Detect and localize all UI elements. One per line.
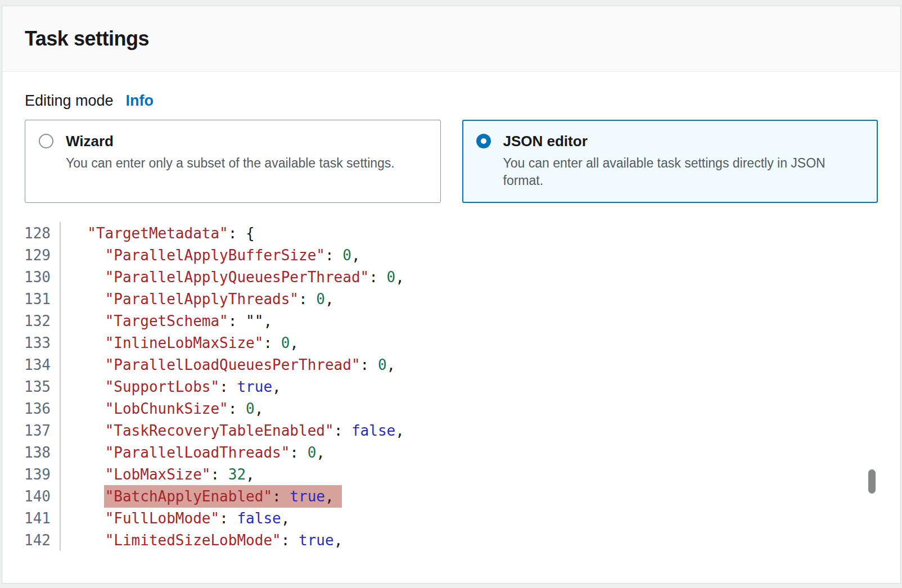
code-line[interactable]: 136 "LobChunkSize": 0, [25,397,878,419]
code-editor[interactable]: 128 "TargetMetadata": {129 "ParallelAppl… [25,222,878,551]
code-line[interactable]: 139 "LobMaxSize": 32, [25,463,878,485]
code-line[interactable]: 130 "ParallelApplyQueuesPerThread": 0, [25,266,878,288]
code-content: "ParallelApplyQueuesPerThread": 0, [61,269,404,286]
wizard-texts: Wizard You can enter only a subset of th… [66,133,395,172]
code-content: "ParallelLoadThreads": 0, [61,444,325,461]
line-number: 137 [25,419,61,441]
panel-header: Task settings [2,6,900,72]
json-editor-description: You can enter all available task setting… [503,155,864,189]
panel-content: Editing mode Info Wizard You can enter o… [2,92,900,551]
code-content: "SupportLobs": true, [61,378,281,395]
code-content: "FullLobMode": false, [61,510,290,527]
code-content: "LobMaxSize": 32, [61,466,255,483]
code-line[interactable]: 128 "TargetMetadata": { [25,222,878,244]
editing-mode-options: Wizard You can enter only a subset of th… [25,120,878,203]
info-link[interactable]: Info [126,92,154,110]
line-number: 135 [25,376,61,397]
code-line[interactable]: 131 "ParallelApplyThreads": 0, [25,288,878,310]
line-number: 134 [25,354,61,376]
option-card-json-editor[interactable]: JSON editor You can enter all available … [462,120,878,203]
json-editor-texts: JSON editor You can enter all available … [503,133,864,189]
line-number: 128 [25,222,61,244]
line-number: 138 [25,441,61,463]
option-card-wizard[interactable]: Wizard You can enter only a subset of th… [25,120,441,203]
line-number: 141 [25,507,61,529]
line-number: 129 [25,244,61,266]
code-line[interactable]: 138 "ParallelLoadThreads": 0, [25,441,878,463]
line-number: 140 [25,485,61,507]
editing-mode-label: Editing mode [25,92,114,110]
highlighted-code: "BatchApplyEnabled": true, [104,485,342,508]
page-title: Task settings [25,27,149,51]
scrollbar-thumb[interactable] [868,469,876,494]
wizard-title: Wizard [66,133,395,150]
wizard-radio[interactable] [39,134,53,148]
code-content: "ParallelLoadQueuesPerThread": 0, [61,356,395,373]
wizard-description: You can enter only a subset of the avail… [66,155,395,172]
code-content: "LimitedSizeLobMode": true, [61,532,342,549]
json-editor-title: JSON editor [503,133,864,150]
line-number: 130 [25,266,61,288]
code-line[interactable]: 134 "ParallelLoadQueuesPerThread": 0, [25,354,878,376]
task-settings-panel: Task settings Editing mode Info Wizard Y… [2,6,901,584]
code-line[interactable]: 140 "BatchApplyEnabled": true, [25,485,878,507]
line-number: 136 [25,397,61,419]
code-content: "TargetMetadata": { [61,225,255,242]
code-content: "TaskRecoveryTableEnabled": false, [61,422,404,439]
code-content: "InlineLobMaxSize": 0, [61,334,299,351]
code-line[interactable]: 141 "FullLobMode": false, [25,507,878,529]
code-line[interactable]: 135 "SupportLobs": true, [25,376,878,397]
editing-mode-row: Editing mode Info [25,92,878,110]
code-line[interactable]: 133 "InlineLobMaxSize": 0, [25,332,878,354]
code-content: "TargetSchema": "", [61,313,272,329]
code-content: "BatchApplyEnabled": true, [61,488,342,505]
code-content: "ParallelApplyBufferSize": 0, [61,247,360,264]
code-content: "LobChunkSize": 0, [61,400,263,417]
line-number: 139 [25,463,61,485]
line-number: 131 [25,288,61,310]
code-line[interactable]: 132 "TargetSchema": "", [25,310,878,332]
json-editor-radio[interactable] [476,134,491,148]
line-number: 142 [25,529,61,551]
line-number: 132 [25,310,61,332]
line-number: 133 [25,332,61,354]
code-line[interactable]: 137 "TaskRecoveryTableEnabled": false, [25,419,878,441]
code-content: "ParallelApplyThreads": 0, [61,291,334,307]
code-line[interactable]: 129 "ParallelApplyBufferSize": 0, [25,244,878,266]
code-line[interactable]: 142 "LimitedSizeLobMode": true, [25,529,878,551]
